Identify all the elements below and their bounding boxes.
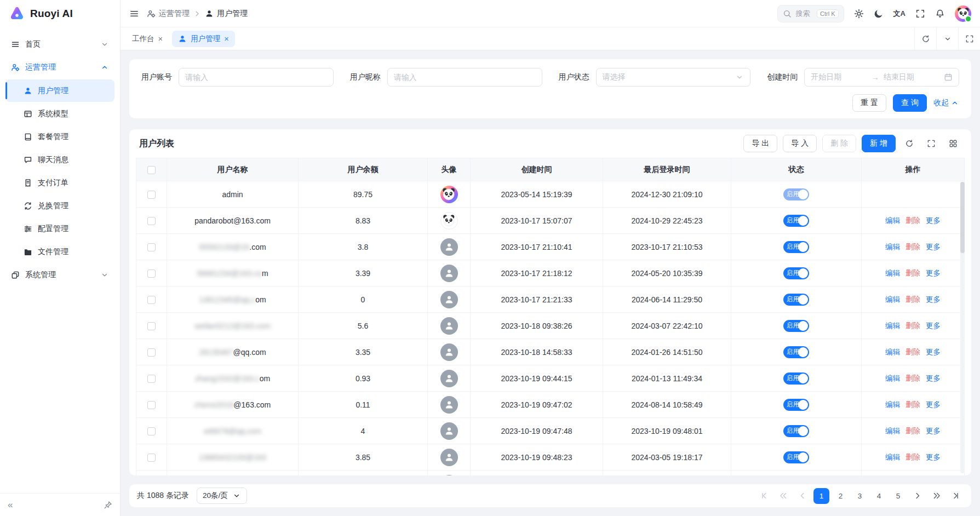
delete-link[interactable]: 删除: [906, 243, 920, 251]
sidebar-item-system[interactable]: 系统管理: [5, 263, 114, 286]
status-toggle[interactable]: 启用: [783, 215, 809, 227]
sidebar-item-files[interactable]: 文件管理: [5, 240, 114, 263]
row-checkbox[interactable]: [147, 270, 156, 278]
sidebar-item-models[interactable]: 系统模型: [5, 102, 114, 125]
status-toggle[interactable]: 启用: [783, 241, 809, 253]
more-link[interactable]: 更多: [926, 216, 941, 225]
status-toggle[interactable]: 启用: [783, 294, 809, 306]
add-button[interactable]: 新 增: [862, 135, 896, 152]
sidebar-item-pay-orders[interactable]: 支付订单: [5, 171, 114, 194]
edit-link[interactable]: 编辑: [885, 216, 900, 225]
collapse-filter-link[interactable]: 收起: [933, 98, 959, 108]
edit-link[interactable]: 编辑: [885, 269, 900, 277]
more-link[interactable]: 更多: [926, 374, 941, 382]
more-link[interactable]: 更多: [926, 427, 941, 435]
refresh-tab-icon[interactable]: [914, 27, 936, 50]
more-link[interactable]: 更多: [926, 453, 941, 461]
hamburger-menu-icon[interactable]: [129, 9, 139, 19]
nickname-input[interactable]: [394, 73, 536, 82]
first-page-button[interactable]: [756, 488, 772, 504]
more-link[interactable]: 更多: [926, 348, 941, 356]
more-link[interactable]: 更多: [926, 322, 941, 330]
delete-link[interactable]: 删除: [906, 348, 920, 356]
query-button[interactable]: 查 询: [893, 94, 927, 112]
delete-link[interactable]: 删除: [906, 295, 920, 303]
global-search[interactable]: 搜索 Ctrl K: [777, 5, 844, 22]
page-button-2[interactable]: 2: [833, 488, 849, 504]
edit-link[interactable]: 编辑: [885, 348, 900, 356]
more-link[interactable]: 更多: [926, 269, 941, 277]
filter-select-status[interactable]: 请选择: [596, 68, 751, 87]
delete-link[interactable]: 删除: [906, 216, 920, 225]
filter-daterange-created[interactable]: 开始日期→结束日期: [804, 68, 959, 87]
edit-link[interactable]: 编辑: [885, 400, 900, 409]
tabs-dropdown-icon[interactable]: [936, 27, 958, 50]
prev-5-pages-button[interactable]: [775, 488, 791, 504]
app-logo[interactable]: Ruoyi AI: [0, 0, 120, 27]
user-avatar-button[interactable]: [955, 5, 971, 22]
prev-page-button[interactable]: [794, 488, 810, 504]
sidebar-item-users[interactable]: 用户管理: [5, 79, 114, 102]
delete-button[interactable]: 删 除: [822, 135, 856, 152]
tab-user-management[interactable]: 用户管理 ×: [172, 31, 235, 47]
select-all-checkbox[interactable]: [147, 166, 156, 174]
row-checkbox[interactable]: [147, 243, 156, 251]
notifications-bell-icon[interactable]: [935, 9, 945, 19]
delete-link[interactable]: 删除: [906, 374, 920, 382]
collapse-sidebar-button[interactable]: «: [8, 500, 13, 511]
edit-link[interactable]: 编辑: [885, 295, 900, 303]
delete-link[interactable]: 删除: [906, 322, 920, 330]
status-toggle[interactable]: 启用: [783, 188, 809, 200]
row-checkbox[interactable]: [147, 296, 156, 304]
next-5-pages-button[interactable]: [929, 488, 944, 504]
table-fullscreen-icon[interactable]: [923, 135, 939, 152]
page-button-5[interactable]: 5: [890, 488, 906, 504]
delete-link[interactable]: 删除: [906, 427, 920, 435]
close-icon[interactable]: ×: [158, 35, 163, 43]
status-toggle[interactable]: 启用: [783, 399, 809, 411]
settings-gear-icon[interactable]: [854, 9, 864, 19]
more-link[interactable]: 更多: [926, 243, 941, 251]
status-toggle[interactable]: 启用: [783, 346, 809, 358]
column-settings-icon[interactable]: [945, 135, 961, 152]
page-button-4[interactable]: 4: [871, 488, 887, 504]
reset-button[interactable]: 重 置: [852, 94, 886, 112]
delete-link[interactable]: 删除: [906, 269, 920, 277]
sidebar-item-config[interactable]: 配置管理: [5, 217, 114, 240]
tab-workbench[interactable]: 工作台 ×: [126, 31, 169, 47]
status-toggle[interactable]: 启用: [783, 372, 809, 385]
page-button-1[interactable]: 1: [813, 488, 829, 504]
table-scrollbar[interactable]: [960, 182, 965, 473]
row-checkbox[interactable]: [147, 375, 156, 383]
row-checkbox[interactable]: [147, 401, 156, 409]
delete-link[interactable]: 删除: [906, 400, 920, 409]
row-checkbox[interactable]: [147, 322, 156, 330]
page-button-3[interactable]: 3: [852, 488, 868, 504]
row-checkbox[interactable]: [147, 217, 156, 225]
scrollbar-thumb[interactable]: [960, 182, 965, 253]
edit-link[interactable]: 编辑: [885, 453, 900, 461]
edit-link[interactable]: 编辑: [885, 427, 900, 435]
row-checkbox[interactable]: [147, 454, 156, 462]
import-button[interactable]: 导 入: [783, 135, 817, 152]
status-toggle[interactable]: 启用: [783, 451, 809, 463]
last-page-button[interactable]: [948, 488, 964, 504]
sidebar-item-packages[interactable]: 套餐管理: [5, 125, 114, 148]
page-size-select[interactable]: 20条/页: [197, 488, 247, 504]
more-link[interactable]: 更多: [926, 400, 941, 409]
content-fullscreen-icon[interactable]: [958, 27, 980, 50]
sidebar-item-operations[interactable]: 运营管理: [5, 56, 114, 79]
fullscreen-icon[interactable]: [915, 9, 925, 19]
breadcrumb-operations[interactable]: 运营管理: [147, 9, 190, 19]
row-checkbox[interactable]: [147, 427, 156, 435]
row-checkbox[interactable]: [147, 348, 156, 357]
status-toggle[interactable]: 启用: [783, 267, 809, 279]
edit-link[interactable]: 编辑: [885, 322, 900, 330]
sidebar-item-chat-messages[interactable]: 聊天消息: [5, 148, 114, 171]
export-button[interactable]: 导 出: [743, 135, 777, 152]
pin-icon[interactable]: [104, 501, 112, 509]
status-toggle[interactable]: 启用: [783, 425, 809, 437]
sidebar-item-home[interactable]: 首页: [5, 33, 114, 56]
account-input[interactable]: [185, 73, 327, 82]
dark-mode-moon-icon[interactable]: [874, 9, 884, 19]
